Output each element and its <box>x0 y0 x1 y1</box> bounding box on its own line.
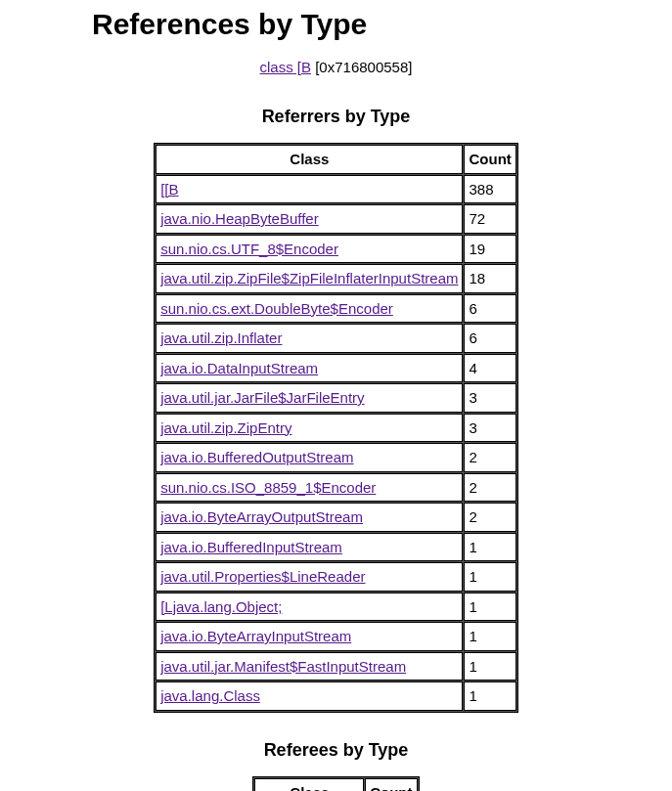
count-cell: 388 <box>464 175 515 204</box>
subject-line: class [B [0x716800558] <box>260 59 413 75</box>
count-cell: 1 <box>464 681 515 711</box>
class-link[interactable]: java.util.jar.JarFile$JarFileEntry <box>160 389 364 406</box>
referees-title: Referees by Type <box>264 740 409 761</box>
count-cell: 1 <box>464 622 515 651</box>
count-cell: 19 <box>464 235 515 264</box>
referrers-col-count: Count <box>464 145 515 174</box>
class-cell: java.io.ByteArrayOutputStream <box>156 503 463 532</box>
class-link[interactable]: java.io.ByteArrayOutputStream <box>160 508 363 525</box>
class-cell: java.nio.HeapByteBuffer <box>156 204 463 234</box>
table-row: java.io.ByteArrayOutputStream2 <box>156 503 516 532</box>
class-link[interactable]: java.io.DataInputStream <box>160 360 318 376</box>
class-link[interactable]: [[B <box>160 181 178 198</box>
class-link[interactable]: sun.nio.cs.UTF_8$Encoder <box>160 241 338 257</box>
class-link[interactable]: [Ljava.lang.Object; <box>160 598 282 615</box>
table-row: java.io.BufferedOutputStream2 <box>156 443 516 472</box>
table-row: java.util.zip.ZipEntry3 <box>156 414 516 443</box>
class-cell: java.io.BufferedInputStream <box>156 533 463 562</box>
count-cell: 6 <box>464 294 515 324</box>
class-cell: java.util.zip.ZipFile$ZipFileInflaterInp… <box>156 264 463 293</box>
class-cell: java.io.ByteArrayInputStream <box>156 622 463 651</box>
class-link[interactable]: java.util.zip.ZipEntry <box>160 419 291 436</box>
class-cell: java.io.DataInputStream <box>156 354 463 383</box>
class-link[interactable]: java.nio.HeapByteBuffer <box>160 210 319 227</box>
class-cell: sun.nio.cs.UTF_8$Encoder <box>156 235 463 264</box>
class-link[interactable]: java.util.zip.ZipFile$ZipFileInflaterInp… <box>160 270 458 286</box>
referees-table: Class Count java.lang.Class1290 <box>252 776 419 792</box>
class-link[interactable]: java.util.jar.Manifest$FastInputStream <box>160 658 406 675</box>
table-row: java.nio.HeapByteBuffer72 <box>156 204 516 234</box>
table-row: [Ljava.lang.Object;1 <box>156 593 516 622</box>
table-row: java.io.ByteArrayInputStream1 <box>156 622 516 651</box>
table-row: java.lang.Class1 <box>156 681 516 711</box>
count-cell: 2 <box>464 473 515 503</box>
referees-col-count: Count <box>365 778 417 792</box>
referrers-col-class: Class <box>156 145 463 174</box>
count-cell: 1 <box>464 652 515 681</box>
table-row: [[B388 <box>156 175 516 204</box>
count-cell: 1 <box>464 562 515 592</box>
class-cell: java.util.Properties$LineReader <box>156 562 463 592</box>
class-cell: java.lang.Class <box>156 681 463 711</box>
class-cell: sun.nio.cs.ext.DoubleByte$Encoder <box>156 294 463 324</box>
referrers-title: Referrers by Type <box>262 107 411 127</box>
referees-col-class: Class <box>254 778 364 792</box>
count-cell: 2 <box>464 503 515 532</box>
table-row: java.io.BufferedInputStream1 <box>156 533 516 562</box>
count-cell: 4 <box>464 354 515 383</box>
class-cell: java.io.BufferedOutputStream <box>156 443 463 472</box>
table-row: sun.nio.cs.UTF_8$Encoder19 <box>156 235 516 264</box>
count-cell: 3 <box>464 383 515 413</box>
count-cell: 6 <box>464 324 515 353</box>
class-link[interactable]: sun.nio.cs.ISO_8859_1$Encoder <box>160 479 376 496</box>
table-row: sun.nio.cs.ISO_8859_1$Encoder2 <box>156 473 516 503</box>
table-row: java.io.DataInputStream4 <box>156 354 516 383</box>
table-row: java.util.zip.ZipFile$ZipFileInflaterInp… <box>156 264 516 293</box>
class-cell: sun.nio.cs.ISO_8859_1$Encoder <box>156 473 463 503</box>
class-cell: java.util.zip.ZipEntry <box>156 414 463 443</box>
class-cell: [Ljava.lang.Object; <box>156 593 463 622</box>
table-row: java.util.jar.JarFile$JarFileEntry3 <box>156 383 516 413</box>
table-row: java.util.jar.Manifest$FastInputStream1 <box>156 652 516 681</box>
count-cell: 3 <box>464 414 515 443</box>
count-cell: 2 <box>464 443 515 472</box>
count-cell: 72 <box>464 204 515 234</box>
class-cell: java.util.jar.JarFile$JarFileEntry <box>156 383 463 413</box>
subject-class-link[interactable]: class [B <box>260 59 312 75</box>
class-link[interactable]: sun.nio.cs.ext.DoubleByte$Encoder <box>160 300 393 317</box>
count-cell: 18 <box>464 264 515 293</box>
class-link[interactable]: java.util.Properties$LineReader <box>160 568 365 585</box>
class-cell: java.util.jar.Manifest$FastInputStream <box>156 652 463 681</box>
referrers-table: Class Count [[B388java.nio.HeapByteBuffe… <box>154 143 518 713</box>
class-link[interactable]: java.io.BufferedInputStream <box>160 539 342 555</box>
subject-address: [0x716800558] <box>315 59 412 75</box>
count-cell: 1 <box>464 593 515 622</box>
class-link[interactable]: java.lang.Class <box>160 687 260 704</box>
table-row: java.util.Properties$LineReader1 <box>156 562 516 592</box>
count-cell: 1 <box>464 533 515 562</box>
class-link[interactable]: java.util.zip.Inflater <box>160 330 282 346</box>
class-link[interactable]: java.io.BufferedOutputStream <box>160 449 353 465</box>
page-title: References by Type <box>0 8 367 41</box>
table-row: java.util.zip.Inflater6 <box>156 324 516 353</box>
table-row: sun.nio.cs.ext.DoubleByte$Encoder6 <box>156 294 516 324</box>
class-cell: java.util.zip.Inflater <box>156 324 463 353</box>
class-link[interactable]: java.io.ByteArrayInputStream <box>160 628 351 644</box>
class-cell: [[B <box>156 175 463 204</box>
